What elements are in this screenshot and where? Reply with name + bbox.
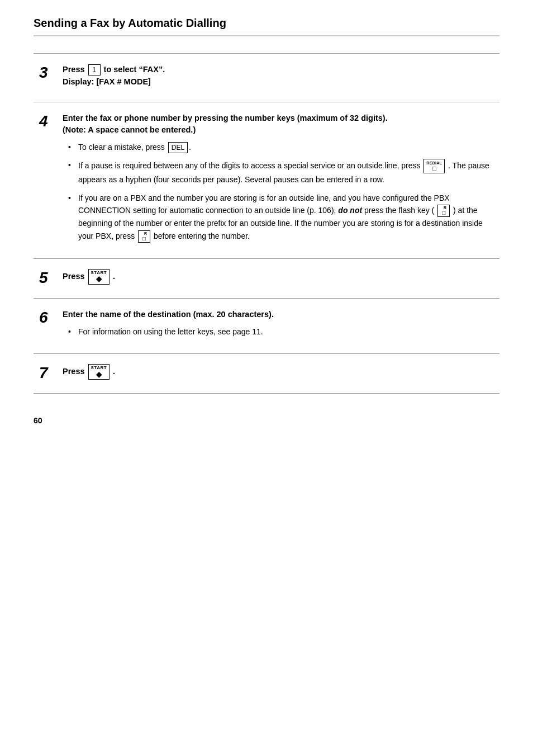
step-6-content: Enter the name of the destination (max. … xyxy=(63,309,494,343)
step-7: 7 Press START ◆ . xyxy=(34,354,499,393)
step-number-7: 7 xyxy=(39,364,56,381)
step-6-bullet-1: For information on using the letter keys… xyxy=(68,325,494,338)
key-start-7: START ◆ xyxy=(88,364,110,380)
step-number-6: 6 xyxy=(39,309,56,325)
key-del: DEL xyxy=(168,142,188,153)
step-3: 3 Press 1 to select “FAX”. Display: [FAX… xyxy=(34,54,499,102)
step-5-content: Press START ◆ . xyxy=(63,269,494,288)
step-5-heading: Press START ◆ . xyxy=(63,269,494,285)
key-redial: REDIAL □ xyxy=(423,159,445,173)
step-6: 6 Enter the name of the destination (max… xyxy=(34,299,499,354)
steps-container: 3 Press 1 to select “FAX”. Display: [FAX… xyxy=(34,53,499,394)
key-r-2: R □ xyxy=(138,230,150,243)
key-start-5: START ◆ xyxy=(88,269,110,285)
step-4-heading: Enter the fax or phone number by pressin… xyxy=(63,112,494,137)
step-3-content: Press 1 to select “FAX”. Display: [FAX #… xyxy=(63,64,494,92)
step-4-bullet-3: If you are on a PBX and the number you a… xyxy=(68,192,494,243)
step-4-bullet-1: To clear a mistake, press DEL. xyxy=(68,141,494,153)
key-1: 1 xyxy=(88,64,101,75)
step-4: 4 Enter the fax or phone number by press… xyxy=(34,102,499,259)
step-4-bullet-2: If a pause is required between any of th… xyxy=(68,159,494,186)
step-7-content: Press START ◆ . xyxy=(63,364,494,383)
step-number-5: 5 xyxy=(39,269,56,286)
step-4-content: Enter the fax or phone number by pressin… xyxy=(63,112,494,249)
step-7-heading: Press START ◆ . xyxy=(63,364,494,380)
step-6-bullets: For information on using the letter keys… xyxy=(63,325,494,338)
step-5-period: . xyxy=(113,271,115,283)
step-7-press-text: Press xyxy=(63,366,85,378)
key-r-1: R □ xyxy=(437,205,450,217)
step-number-4: 4 xyxy=(39,112,56,129)
step-5: 5 Press START ◆ . xyxy=(34,259,499,299)
step-7-period: . xyxy=(113,366,115,378)
page-title: Sending a Fax by Automatic Dialling xyxy=(34,17,499,36)
step-4-bullets: To clear a mistake, press DEL. If a paus… xyxy=(63,141,494,243)
step-3-heading: Press 1 to select “FAX”. Display: [FAX #… xyxy=(63,64,494,88)
page-number: 60 xyxy=(34,416,499,425)
step-number-3: 3 xyxy=(39,64,56,81)
step-6-heading: Enter the name of the destination (max. … xyxy=(63,309,494,321)
step-5-press-text: Press xyxy=(63,271,85,283)
